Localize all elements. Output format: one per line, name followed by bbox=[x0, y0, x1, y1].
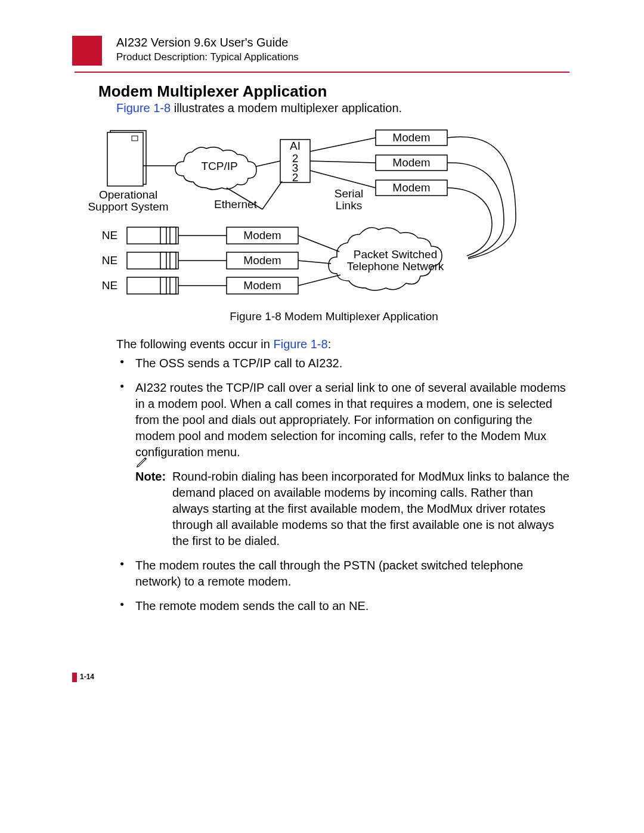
label-serial2: Links bbox=[325, 199, 373, 212]
svg-line-8 bbox=[256, 161, 280, 166]
list-item: The remote modem sends the call to an NE… bbox=[116, 598, 571, 614]
svg-line-31 bbox=[298, 275, 340, 286]
svg-rect-18 bbox=[160, 252, 166, 269]
label-pstn2: Telephone Network bbox=[336, 260, 455, 273]
figure-caption: Figure 1-8 Modem Multiplexer Application bbox=[98, 310, 569, 323]
label-modem-t1: Modem bbox=[376, 131, 447, 144]
label-ne2: NE bbox=[95, 254, 125, 267]
label-ethernet: Ethernet bbox=[206, 198, 265, 211]
bullet-text: The OSS sends a TCP/IP call to AI232. bbox=[135, 357, 342, 370]
pencil-icon bbox=[135, 456, 148, 469]
list-item: The OSS sends a TCP/IP call to AI232. bbox=[116, 355, 571, 371]
svg-rect-2 bbox=[132, 136, 138, 141]
svg-line-11 bbox=[310, 138, 376, 151]
page-number: 1-14 bbox=[80, 673, 94, 681]
svg-rect-22 bbox=[170, 277, 176, 294]
figure-link[interactable]: Figure 1-8 bbox=[116, 101, 171, 114]
figure-link-2[interactable]: Figure 1-8 bbox=[273, 337, 327, 351]
label-modem-b1: Modem bbox=[227, 229, 298, 242]
svg-line-12 bbox=[310, 161, 376, 163]
following-prefix: The following events occur in bbox=[116, 337, 273, 351]
label-oss2: Support System bbox=[80, 200, 176, 213]
note-label: Note: bbox=[135, 469, 166, 485]
intro-paragraph: Figure 1-8 illustrates a modem multiplex… bbox=[116, 101, 402, 115]
header-subtitle: Product Description: Typical Application… bbox=[116, 51, 299, 63]
list-item: AI232 routes the TCP/IP call over a seri… bbox=[116, 380, 571, 549]
following-events-text: The following events occur in Figure 1-8… bbox=[116, 337, 331, 351]
svg-rect-16 bbox=[170, 227, 176, 244]
svg-rect-19 bbox=[170, 252, 176, 269]
label-modem-b2: Modem bbox=[227, 254, 298, 267]
header-title: AI232 Version 9.6x User's Guide bbox=[116, 36, 288, 49]
svg-line-29 bbox=[298, 236, 339, 252]
label-ai-n3: 2 bbox=[280, 172, 310, 184]
note-block: Note: Round-robin dialing has been incor… bbox=[135, 469, 571, 549]
label-pstn1: Packet Switched bbox=[336, 248, 455, 261]
label-serial1: Serial bbox=[325, 187, 373, 200]
svg-rect-15 bbox=[160, 227, 166, 244]
event-list: The OSS sends a TCP/IP call to AI232. AI… bbox=[116, 355, 571, 623]
label-oss1: Operational bbox=[80, 188, 176, 202]
label-ne3: NE bbox=[95, 279, 125, 292]
label-modem-t3: Modem bbox=[376, 181, 447, 194]
bullet-text: The remote modem sends the call to an NE… bbox=[135, 599, 369, 612]
svg-rect-21 bbox=[160, 277, 166, 294]
diagram-svg bbox=[98, 129, 569, 303]
label-modem-b3: Modem bbox=[227, 279, 298, 292]
section-heading: Modem Multiplexer Application bbox=[98, 82, 327, 101]
label-tcpip: TCP/IP bbox=[190, 160, 249, 173]
intro-text: illustrates a modem multiplexer applicat… bbox=[171, 101, 402, 114]
svg-line-13 bbox=[310, 171, 376, 188]
label-ne1: NE bbox=[95, 229, 125, 242]
footer-accent bbox=[72, 673, 77, 682]
modem-multiplexer-diagram: TCP/IP Operational Support System Ethern… bbox=[98, 129, 569, 303]
following-colon: : bbox=[328, 337, 332, 351]
list-item: The modem routes the call through the PS… bbox=[116, 558, 571, 590]
header-rule bbox=[75, 72, 569, 73]
label-modem-t2: Modem bbox=[376, 156, 447, 169]
note-body: Round-robin dialing has been incorporate… bbox=[172, 470, 569, 547]
bullet-text: AI232 routes the TCP/IP call over a seri… bbox=[135, 381, 566, 459]
svg-line-30 bbox=[298, 261, 331, 264]
label-ai: AI bbox=[280, 140, 310, 153]
header-accent-block bbox=[72, 36, 102, 66]
bullet-text: The modem routes the call through the PS… bbox=[135, 559, 523, 588]
